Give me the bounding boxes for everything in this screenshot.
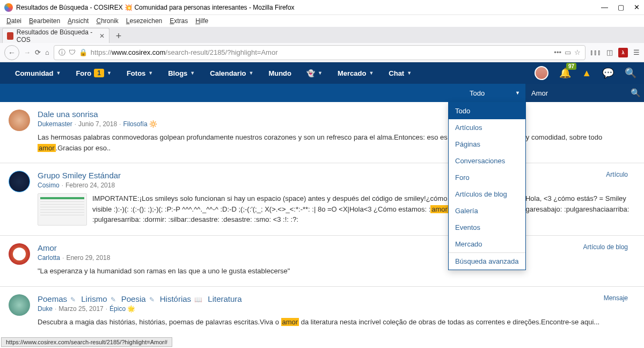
result-item: Dale una sonrisa Dukemaster·Junio 7, 201… bbox=[0, 102, 644, 163]
filter-option-galeria[interactable]: Galería bbox=[449, 202, 525, 219]
nav-mercado[interactable]: Mercado▼ bbox=[330, 62, 381, 84]
result-avatar[interactable] bbox=[9, 171, 30, 192]
nav-mundo[interactable]: Mundo bbox=[261, 62, 299, 84]
menu-chronik[interactable]: Chronik bbox=[93, 16, 121, 26]
result-avatar[interactable] bbox=[9, 243, 30, 265]
search-row: Todo▼ 🔍 Todo Artículos Páginas Conversac… bbox=[0, 84, 644, 102]
library-icon[interactable]: ⫿⫿⫿ bbox=[590, 48, 601, 56]
nav-chat[interactable]: Chat▼ bbox=[381, 62, 419, 84]
address-row: ← → ⟳ ⌂ ⓘ 🛡 🔒 https://www.cosirex.com/se… bbox=[0, 43, 644, 62]
result-meta: Carlotta·Enero 29, 2018 bbox=[38, 254, 635, 262]
site-topnav: Comunidad▼ Foro1▼ Fotos▼ Blogs▼ Calendar… bbox=[0, 62, 644, 84]
result-snippet: Las hermosas palabras conmovedoras golpe… bbox=[38, 132, 635, 153]
result-author[interactable]: Carlotta bbox=[38, 254, 60, 262]
firefox-icon bbox=[4, 3, 13, 12]
result-type-tag[interactable]: Artículo bbox=[606, 171, 628, 178]
browser-tab[interactable]: Resultados de Búsqueda - COS ✕ bbox=[2, 28, 109, 43]
result-meta: Dukemaster·Junio 7, 2018·Filosofía 🔆 bbox=[38, 120, 635, 128]
filter-advanced-search[interactable]: Búsqueda avanzada bbox=[449, 253, 525, 270]
home-button[interactable]: ⌂ bbox=[45, 48, 49, 56]
result-type-tag[interactable]: Artículo de blog bbox=[583, 243, 628, 251]
menu-hilfe[interactable]: Hilfe bbox=[192, 16, 211, 26]
result-snippet: "La esperanza y la humanidad son ramas e… bbox=[38, 266, 635, 277]
menu-datei[interactable]: Datei bbox=[3, 16, 25, 26]
search-filter-menu: Todo Artículos Páginas Conversaciones Fo… bbox=[448, 102, 526, 270]
result-author[interactable]: Dukemaster bbox=[38, 120, 72, 128]
menu-lesezeichen[interactable]: Lesezeichen bbox=[123, 16, 165, 26]
result-thumbnail[interactable] bbox=[38, 193, 87, 226]
result-title-link[interactable]: Poemas✎ Lirismo✎ Poesia✎ Histórias📖 Lite… bbox=[38, 294, 635, 303]
maximize-button[interactable]: ▢ bbox=[618, 3, 624, 11]
nav-ghost[interactable]: 👻▼ bbox=[299, 62, 330, 84]
filter-option-todo[interactable]: Todo bbox=[449, 103, 525, 119]
result-item: Poemas✎ Lirismo✎ Poesia✎ Histórias📖 Lite… bbox=[0, 287, 644, 337]
status-bar: https://www.cosirex.com/search-result/21… bbox=[1, 337, 172, 338]
pdf-icon[interactable]: λ bbox=[618, 48, 628, 57]
minimize-button[interactable]: — bbox=[601, 3, 608, 11]
filter-option-blog[interactable]: Artículos de blog bbox=[449, 186, 525, 202]
result-category[interactable]: Filosofía 🔆 bbox=[123, 120, 157, 128]
result-avatar[interactable] bbox=[9, 294, 30, 316]
nav-calendario[interactable]: Calendario▼ bbox=[202, 62, 261, 84]
bookmark-star-icon[interactable]: ☆ bbox=[574, 48, 581, 56]
result-snippet: Descubra a magia das histórias, história… bbox=[38, 317, 635, 328]
menu-ansicht[interactable]: Ansicht bbox=[64, 16, 92, 26]
filter-option-eventos[interactable]: Eventos bbox=[449, 219, 525, 236]
info-icon[interactable]: ⓘ bbox=[58, 48, 65, 57]
result-meta: Cosimo·Febrero 24, 2018 bbox=[38, 182, 635, 189]
window-title: Resultados de Búsqueda - COSIREX 💥 Comun… bbox=[16, 4, 601, 11]
pen-icon: ✎ bbox=[70, 296, 76, 303]
result-type-tag[interactable]: Mensaje bbox=[604, 294, 628, 302]
result-author[interactable]: Cosimo bbox=[38, 182, 60, 189]
menu-bearbeiten[interactable]: Bearbeiten bbox=[26, 16, 63, 26]
result-snippet: IMPORTANTE:¡Los smileys solo funcionan s… bbox=[92, 193, 635, 225]
lock-icon: 🔒 bbox=[79, 48, 87, 56]
search-filter-dropdown[interactable]: Todo▼ bbox=[464, 84, 526, 102]
book-icon: 📖 bbox=[194, 296, 202, 303]
filter-option-mercado[interactable]: Mercado bbox=[449, 236, 525, 252]
result-title-link[interactable]: Grupo Smiley Estándar bbox=[38, 171, 121, 180]
tab-label: Resultados de Búsqueda - COS bbox=[17, 28, 94, 44]
notifications-icon[interactable]: 🔔97 bbox=[559, 67, 571, 79]
search-submit-icon[interactable]: 🔍 bbox=[627, 88, 644, 98]
back-button[interactable]: ← bbox=[4, 45, 19, 60]
search-input[interactable] bbox=[526, 89, 627, 97]
results-list: Dale una sonrisa Dukemaster·Junio 7, 201… bbox=[0, 102, 644, 338]
nav-blogs[interactable]: Blogs▼ bbox=[160, 62, 202, 84]
tab-close-icon[interactable]: ✕ bbox=[99, 32, 105, 40]
user-avatar[interactable] bbox=[535, 66, 548, 80]
browser-menubar: Datei Bearbeiten Ansicht Chronik Lesezei… bbox=[0, 15, 644, 27]
new-tab-button[interactable]: + bbox=[112, 29, 126, 43]
filter-option-foro[interactable]: Foro bbox=[449, 169, 525, 186]
filter-option-conversaciones[interactable]: Conversaciones bbox=[449, 153, 525, 169]
result-title-link[interactable]: Amor bbox=[38, 243, 57, 252]
result-author[interactable]: Duke bbox=[38, 305, 53, 313]
nav-foro[interactable]: Foro1▼ bbox=[68, 62, 119, 84]
sidebar-icon[interactable]: ◫ bbox=[606, 48, 613, 56]
warning-icon[interactable]: ▲ bbox=[582, 68, 591, 79]
url-text: https://www.cosirex.com/search-result/21… bbox=[91, 48, 278, 56]
menu-extras[interactable]: Extras bbox=[166, 16, 191, 26]
favicon bbox=[7, 32, 13, 40]
tracking-icon[interactable]: 🛡 bbox=[69, 48, 76, 56]
result-category[interactable]: Épico 🌟 bbox=[109, 305, 135, 313]
filter-option-articulos[interactable]: Artículos bbox=[449, 119, 525, 136]
result-item: Amor Carlotta·Enero 29, 2018 "La esperan… bbox=[0, 236, 644, 287]
more-icon[interactable]: ••• bbox=[554, 48, 561, 56]
chat-icon[interactable]: 💬 bbox=[602, 67, 614, 79]
forward-button[interactable]: → bbox=[24, 48, 31, 56]
result-avatar[interactable] bbox=[9, 110, 30, 131]
nav-fotos[interactable]: Fotos▼ bbox=[119, 62, 160, 84]
filter-option-paginas[interactable]: Páginas bbox=[449, 136, 525, 153]
reload-button[interactable]: ⟳ bbox=[35, 48, 41, 56]
reader-icon[interactable]: ▭ bbox=[565, 48, 571, 56]
result-item: Grupo Smiley Estándar Cosimo·Febrero 24,… bbox=[0, 163, 644, 236]
close-button[interactable]: ✕ bbox=[634, 3, 640, 11]
search-icon[interactable]: 🔍 bbox=[625, 67, 636, 79]
nav-comunidad[interactable]: Comunidad▼ bbox=[8, 62, 68, 84]
address-bar[interactable]: ⓘ 🛡 🔒 https://www.cosirex.com/search-res… bbox=[54, 45, 586, 60]
result-title-link[interactable]: Dale una sonrisa bbox=[38, 110, 98, 119]
hamburger-icon[interactable]: ☰ bbox=[633, 48, 640, 56]
pen-icon: ✎ bbox=[111, 296, 116, 303]
tab-bar: Resultados de Búsqueda - COS ✕ + bbox=[0, 27, 644, 43]
